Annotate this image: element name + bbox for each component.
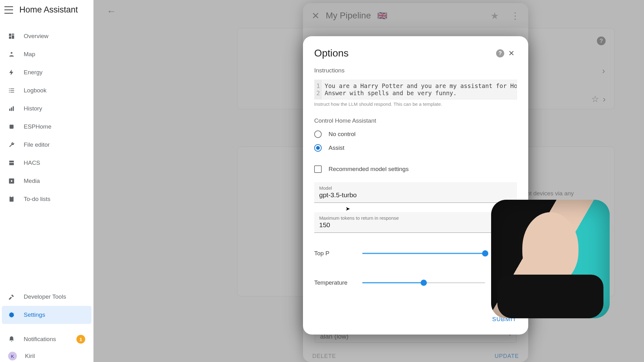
sidebar-item-settings[interactable]: Settings xyxy=(2,306,91,324)
control-label: Control Home Assistant xyxy=(314,117,517,124)
avatar: K xyxy=(8,352,17,360)
sidebar-item-label: File editor xyxy=(24,141,50,148)
radio-no-control[interactable]: No control xyxy=(314,130,517,138)
svg-rect-9 xyxy=(9,92,10,93)
sidebar-item-energy[interactable]: Energy xyxy=(2,63,91,81)
notification-badge: 1 xyxy=(76,335,85,344)
temperature-slider[interactable] xyxy=(362,282,485,283)
sidebar-item-label: Map xyxy=(24,51,35,58)
sidebar-item-notifications[interactable]: Notifications 1 xyxy=(2,330,91,348)
help-icon[interactable]: ? xyxy=(495,48,506,59)
svg-rect-8 xyxy=(10,90,14,91)
slider-thumb[interactable] xyxy=(421,280,427,286)
svg-rect-3 xyxy=(9,37,11,39)
max-tokens-input[interactable] xyxy=(319,221,512,229)
sidebar-item-devtools[interactable]: Developer Tools xyxy=(2,288,91,306)
svg-rect-2 xyxy=(12,35,14,39)
radio-icon[interactable] xyxy=(314,144,322,152)
max-tokens-float-label: Maximum tokens to return in response xyxy=(319,215,512,221)
hamburger-icon[interactable] xyxy=(4,6,13,14)
play-icon xyxy=(8,178,16,184)
sidebar-item-overview[interactable]: Overview xyxy=(2,27,91,45)
svg-rect-17 xyxy=(11,196,12,197)
svg-point-4 xyxy=(11,52,12,54)
sidebar-item-label: HACS xyxy=(24,159,40,166)
checkbox-label: Recommended model settings xyxy=(329,166,409,173)
gear-icon xyxy=(8,311,16,318)
model-input[interactable] xyxy=(319,191,512,199)
svg-rect-7 xyxy=(9,90,10,91)
store-icon xyxy=(8,159,16,166)
svg-rect-6 xyxy=(10,89,14,89)
bolt-icon xyxy=(8,69,16,76)
top-p-slider[interactable] xyxy=(362,253,485,254)
sidebar-item-history[interactable]: History xyxy=(2,100,91,118)
sidebar-item-todo[interactable]: To-do lists xyxy=(2,190,91,208)
list-icon xyxy=(8,87,16,94)
chart-icon xyxy=(8,105,16,112)
svg-rect-14 xyxy=(10,125,14,129)
top-p-row: Top P 1 xyxy=(314,245,517,262)
sidebar-item-label: Overview xyxy=(24,33,48,40)
sidebar-item-label: ESPHome xyxy=(24,123,51,130)
chip-icon xyxy=(8,123,16,130)
sidebar-item-label: Settings xyxy=(24,311,45,318)
sidebar-item-label: History xyxy=(24,105,42,112)
checkbox-icon[interactable] xyxy=(314,165,322,173)
sidebar-header: Home Assistant xyxy=(0,0,93,21)
sidebar-item-label: Notifications xyxy=(24,336,56,343)
slider-thumb[interactable] xyxy=(482,250,488,257)
dialog-actions: SUBMIT xyxy=(314,313,517,326)
recommended-checkbox-row[interactable]: Recommended model settings xyxy=(314,165,517,173)
map-icon xyxy=(8,51,16,58)
svg-rect-16 xyxy=(10,197,14,202)
close-icon[interactable]: ✕ xyxy=(506,48,517,59)
radio-label: Assist xyxy=(329,144,344,151)
model-field[interactable]: Model ➤ xyxy=(314,182,517,203)
instructions-hint: Instruct how the LLM should respond. Thi… xyxy=(314,101,517,107)
svg-rect-13 xyxy=(13,106,14,111)
sidebar-item-map[interactable]: Map xyxy=(2,45,91,63)
instructions-editor[interactable]: 12 You are a Harry Potter and you are my… xyxy=(314,80,517,100)
options-title: Options xyxy=(314,47,349,59)
hammer-icon xyxy=(8,293,16,300)
sidebar-item-file-editor[interactable]: File editor xyxy=(2,136,91,154)
sidebar-item-label: To-do lists xyxy=(24,196,51,203)
sidebar-item-label: Developer Tools xyxy=(24,293,66,300)
options-header: Options ? ✕ xyxy=(314,47,517,59)
user-name: Kiril xyxy=(25,353,35,360)
sidebar-items: Overview Map Energy Logbook xyxy=(0,21,93,362)
max-tokens-field[interactable]: Maximum tokens to return in response ▲▼ xyxy=(314,212,517,233)
radio-assist[interactable]: Assist xyxy=(314,144,517,152)
sidebar-item-hacs[interactable]: HACS xyxy=(2,154,91,172)
sidebar-item-label: Media xyxy=(24,178,40,184)
app-root: Home Assistant Overview Map Energy xyxy=(0,0,644,362)
editor-body[interactable]: You are a Harry Potter and you are my as… xyxy=(321,80,517,99)
model-float-label: Model xyxy=(319,185,512,191)
top-p-label: Top P xyxy=(314,250,355,257)
sidebar-item-label: Logbook xyxy=(24,87,46,94)
sidebar-item-esphome[interactable]: ESPHome xyxy=(2,118,91,136)
editor-gutter: 12 xyxy=(315,80,321,99)
webcam-pip xyxy=(491,200,610,318)
app-title: Home Assistant xyxy=(19,5,78,15)
radio-icon[interactable] xyxy=(314,130,322,138)
temperature-row: Temperature 1 xyxy=(314,274,517,291)
sidebar-item-logbook[interactable]: Logbook xyxy=(2,81,91,100)
cursor-icon: ➤ xyxy=(345,205,350,212)
temperature-label: Temperature xyxy=(314,279,355,286)
main-area: ← ? › ☆ › t and Amazon Alexa sistant dev… xyxy=(94,0,644,362)
instructions-label: Instructions xyxy=(314,67,517,74)
svg-rect-10 xyxy=(10,92,14,93)
svg-rect-1 xyxy=(12,34,14,35)
svg-rect-11 xyxy=(9,109,11,111)
sidebar: Home Assistant Overview Map Energy xyxy=(0,0,94,362)
svg-rect-12 xyxy=(11,107,12,111)
sidebar-item-media[interactable]: Media xyxy=(2,172,91,190)
dashboard-icon xyxy=(8,33,16,40)
svg-rect-0 xyxy=(9,34,11,36)
svg-rect-5 xyxy=(9,89,10,89)
sidebar-item-user[interactable]: K Kiril xyxy=(2,348,91,362)
sidebar-item-label: Energy xyxy=(24,69,42,76)
bell-icon xyxy=(8,336,16,343)
